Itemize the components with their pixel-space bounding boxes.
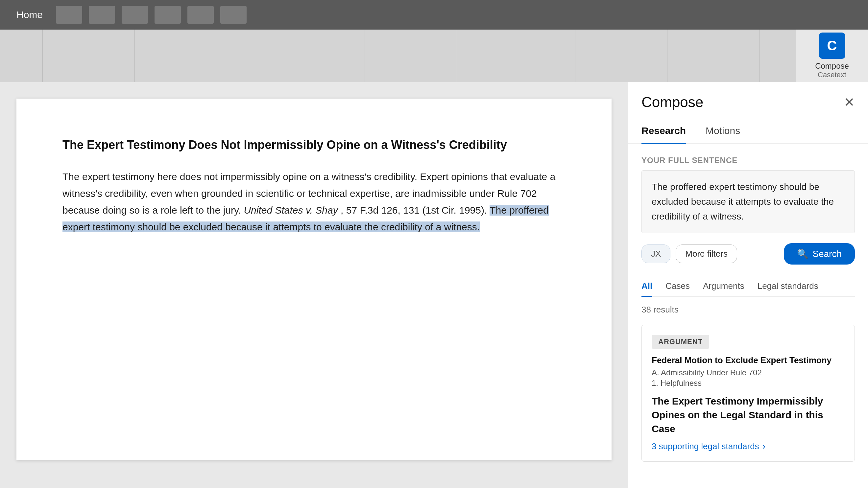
supporting-link-label: 3 supporting legal standards <box>652 441 759 452</box>
tab-narrow-1[interactable] <box>0 30 43 82</box>
casetext-tab[interactable]: C Compose Casetext <box>796 30 868 82</box>
toolbar-btn-5[interactable] <box>187 6 214 24</box>
search-button-label: Search <box>812 249 842 259</box>
filter-row: JX More filters 🔍 Search <box>642 243 855 264</box>
result-tab-all[interactable]: All <box>642 276 652 297</box>
compose-panel-title: Compose <box>642 94 703 110</box>
toolbar-btn-6[interactable] <box>220 6 247 24</box>
tab-item-3[interactable] <box>457 30 576 82</box>
document-body: The expert testimony here does not imper… <box>62 168 565 235</box>
results-count: 38 results <box>642 305 855 315</box>
search-icon: 🔍 <box>797 249 808 259</box>
supporting-legal-standards-link[interactable]: 3 supporting legal standards › <box>652 441 845 452</box>
your-full-sentence-box: The proffered expert testimony should be… <box>642 170 855 233</box>
result-tab-arguments[interactable]: Arguments <box>703 276 744 297</box>
toolbar-btn-2[interactable] <box>89 6 115 24</box>
result-tab-cases[interactable]: Cases <box>665 276 690 297</box>
close-button[interactable]: ✕ <box>844 96 855 109</box>
result-card-badge: ARGUMENT <box>652 335 709 349</box>
more-filters-button[interactable]: More filters <box>676 245 737 263</box>
toolbar-btn-3[interactable] <box>122 6 148 24</box>
compose-sidebar: Compose ✕ Research Motions YOUR FULL SEN… <box>628 82 868 488</box>
result-card-title: Federal Motion to Exclude Expert Testimo… <box>652 355 845 365</box>
result-tabs: All Cases Arguments Legal standards <box>642 276 855 297</box>
toolbar: Home <box>0 0 868 30</box>
result-tab-legal-standards[interactable]: Legal standards <box>757 276 818 297</box>
compose-tabs: Research Motions <box>628 117 868 144</box>
casetext-icon: C <box>819 33 845 59</box>
jx-filter-badge[interactable]: JX <box>642 245 671 263</box>
tab-item-wide[interactable] <box>135 30 365 82</box>
casetext-sub-label: Casetext <box>818 71 846 79</box>
tab-motions[interactable]: Motions <box>706 117 740 144</box>
toolbar-btn-4[interactable] <box>155 6 181 24</box>
compose-header: Compose ✕ <box>628 82 868 117</box>
compose-body: YOUR FULL SENTENCE The proffered expert … <box>628 144 868 488</box>
result-card-heading: The Expert Testimony Impermissibly Opine… <box>652 394 845 436</box>
doc-citation-detail: , 57 F.3d 126, 131 (1st Cir. 1995). <box>341 205 487 216</box>
tab-item-2[interactable] <box>365 30 457 82</box>
your-full-sentence-label: YOUR FULL SENTENCE <box>642 156 855 165</box>
result-card-sub2: 1. Helpfulness <box>652 379 845 388</box>
result-card-sub1: A. Admissibility Under Rule 702 <box>652 368 845 377</box>
document-page: The Expert Testimony Does Not Impermissi… <box>17 99 612 460</box>
toolbar-btn-1[interactable] <box>56 6 82 24</box>
casetext-compose-label: Compose <box>815 61 849 71</box>
document-heading: The Expert Testimony Does Not Impermissi… <box>62 138 565 152</box>
tab-item-4[interactable] <box>576 30 668 82</box>
chevron-right-icon: › <box>763 441 766 452</box>
doc-citation: United States v. Shay <box>244 205 338 216</box>
document-area: The Expert Testimony Does Not Impermissi… <box>0 82 628 488</box>
result-card: ARGUMENT Federal Motion to Exclude Exper… <box>642 325 855 462</box>
tab-item-5[interactable] <box>668 30 760 82</box>
tab-bar: C Compose Casetext <box>0 30 868 82</box>
tab-research[interactable]: Research <box>642 117 686 144</box>
home-tab[interactable]: Home <box>10 6 49 24</box>
main-content: The Expert Testimony Does Not Impermissi… <box>0 82 868 488</box>
casetext-icon-letter: C <box>827 38 837 54</box>
tab-item-1[interactable] <box>43 30 135 82</box>
search-button[interactable]: 🔍 Search <box>784 243 855 264</box>
